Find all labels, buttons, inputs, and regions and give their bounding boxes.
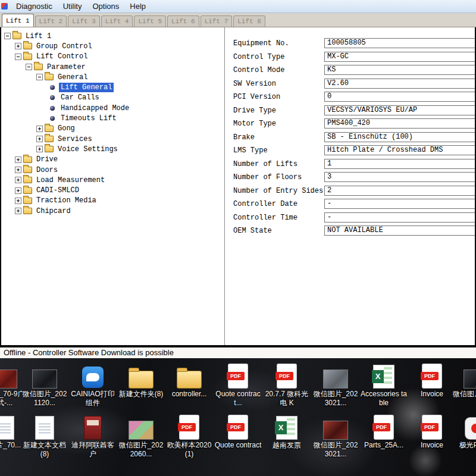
pdf-icon <box>374 415 393 439</box>
folder-icon <box>23 198 32 204</box>
desktop-icon-label: 微信图片_2023021... <box>312 390 359 408</box>
collapse-icon[interactable] <box>15 54 21 60</box>
desktop-icon[interactable]: 欧美样本2020(1) <box>165 414 213 459</box>
property-value-field[interactable]: 1 <box>324 159 476 169</box>
desktop-icon[interactable]: CAINIAO打印组件 <box>69 363 117 408</box>
tab-lift-6[interactable]: Lift 6 <box>167 15 199 27</box>
desktop-icon[interactable]: 极光PDF... <box>452 414 476 450</box>
tree-item-gong[interactable]: Gong <box>1 124 224 134</box>
menu-diagnostic[interactable]: Diagnostic <box>11 1 58 12</box>
collapse-icon[interactable] <box>4 33 11 39</box>
tab-lift-7[interactable]: Lift 7 <box>201 15 233 27</box>
desktop-icon-label: 微信图片_2023021... <box>312 441 359 459</box>
expand-icon[interactable] <box>15 198 21 204</box>
expand-icon[interactable] <box>15 167 21 173</box>
desktop-icon[interactable]: 微信图片_2023021... <box>312 363 359 408</box>
menu-help[interactable]: Help <box>124 1 151 12</box>
tab-lift-4[interactable]: Lift 4 <box>101 15 133 27</box>
property-value-field[interactable]: - <box>324 212 476 223</box>
expand-icon[interactable] <box>36 146 43 152</box>
desktop-icon[interactable]: Invoice <box>408 414 456 450</box>
property-value-field[interactable]: 2 <box>324 186 476 196</box>
expand-icon[interactable] <box>15 43 21 49</box>
tree-item-group-control[interactable]: Group Control <box>1 41 224 51</box>
tab-lift-3[interactable]: Lift 3 <box>68 15 100 27</box>
property-label: Number of Lifts <box>233 160 298 168</box>
property-value-field[interactable]: VECSYS/VARIOSYS EU/AP <box>324 105 476 115</box>
desktop-icon[interactable]: 越南发票 <box>263 414 311 450</box>
property-value-field[interactable]: 100058805 <box>324 38 476 48</box>
tree-item-voice-settings[interactable]: Voice Settings <box>1 144 224 154</box>
tree-item-chipcard[interactable]: Chipcard <box>1 206 224 216</box>
lift-tab-bar: Lift 1 Lift 2 Lift 3 Lift 4 Lift 5 Lift … <box>0 13 476 27</box>
desktop-icon[interactable]: 新建文本文档(8) <box>21 414 68 459</box>
collapse-icon[interactable] <box>36 74 43 80</box>
property-value-field[interactable]: Hitch Plate / Crosshead DMS <box>324 145 476 155</box>
desktop-icon[interactable]: 微信图片_2022060... <box>117 414 165 459</box>
desktop-icon[interactable]: Parts_25A... <box>360 414 408 450</box>
status-bar: Offline - Controller Software Download i… <box>0 347 476 358</box>
property-row: OEM State NOT AVAILABLE <box>225 226 475 236</box>
tree-item-services[interactable]: Services <box>1 134 224 144</box>
tree-item-lift-general[interactable]: Lift General <box>1 82 224 92</box>
folder-icon <box>45 136 54 142</box>
excel-icon <box>374 365 394 388</box>
property-value-field[interactable]: KS <box>324 65 476 75</box>
property-row: Equipment No. 100058805 <box>225 38 475 48</box>
desktop-icon[interactable]: Quote contract... <box>214 363 262 408</box>
tree-item-general[interactable]: General <box>1 72 224 82</box>
property-row: SW Version V2.60 <box>225 79 475 89</box>
desktop-icon[interactable]: 微信图片_2021120... <box>21 363 68 408</box>
property-value-field[interactable]: - <box>324 199 476 209</box>
tree-item-parameter[interactable]: Parameter <box>1 62 224 72</box>
tree-item-load-measurement[interactable]: Load Measurement <box>1 175 224 185</box>
desktop-icon-label: Quote contract... <box>214 390 262 408</box>
expand-icon[interactable] <box>36 126 43 132</box>
desktop-icon[interactable]: 20.7.7 微科光电 K <box>263 363 311 408</box>
property-label: Controller Time <box>233 214 298 222</box>
tree-item-car-calls[interactable]: Car Calls <box>1 93 224 103</box>
property-value-field[interactable]: 0 <box>324 92 476 102</box>
expand-icon[interactable] <box>15 208 21 214</box>
tree-item-traction-media[interactable]: Traction Media <box>1 196 224 206</box>
property-row: Number of Lifts 1 <box>225 159 475 169</box>
tree-item-handicapped-mode[interactable]: Handicapped Mode <box>1 103 224 113</box>
property-value-field[interactable]: 3 <box>324 172 476 182</box>
property-value-field[interactable]: V2.60 <box>324 79 476 89</box>
expand-icon[interactable] <box>15 187 21 194</box>
menu-options[interactable]: Options <box>87 1 124 12</box>
tab-lift-1[interactable]: Lift 1 <box>2 14 34 27</box>
property-value-field[interactable]: NOT AVAILABLE <box>324 226 476 236</box>
tree-item-lift-control[interactable]: Lift Control <box>1 52 224 62</box>
tree-item-drive[interactable]: Drive <box>1 155 224 165</box>
property-row: Number of Entry Sides 2 <box>225 186 475 196</box>
desktop-icon[interactable]: Quote contract <box>214 414 262 450</box>
property-value-field[interactable]: MX-GC <box>324 52 476 62</box>
tab-lift-8[interactable]: Lift 8 <box>233 15 265 27</box>
tree-item-timeouts-lift[interactable]: Timeouts Lift <box>1 113 224 123</box>
desktop-icon[interactable]: 微信图片_20... <box>452 363 476 399</box>
desktop-icon[interactable]: 微信图片_2023021... <box>312 414 359 459</box>
expand-icon[interactable] <box>15 177 21 183</box>
folder-icon <box>34 64 43 70</box>
bullet-icon <box>50 85 55 90</box>
menu-utility[interactable]: Utility <box>58 1 87 12</box>
desktop-icon[interactable]: Invoice <box>408 363 456 399</box>
property-value-field[interactable]: PMS400_420 <box>324 118 476 129</box>
collapse-icon[interactable] <box>26 64 32 70</box>
property-value-field[interactable]: SB - Einschütz (100) <box>324 132 476 142</box>
tree-item-lift-1[interactable]: Lift 1 <box>1 31 224 41</box>
tree-item-cadi-smlcd[interactable]: CADI-SMLCD <box>1 185 224 195</box>
expand-icon[interactable] <box>36 136 43 142</box>
property-row: Number of Floors 3 <box>225 172 475 182</box>
desktop-icon[interactable]: 新建文件夹(8) <box>117 363 165 399</box>
desktop-icon[interactable]: 迪拜阿联酋客户 <box>69 414 117 459</box>
tree-item-doors[interactable]: Doors <box>1 165 224 175</box>
property-row: Motor Type PMS400_420 <box>225 118 475 129</box>
tab-lift-5[interactable]: Lift 5 <box>134 15 166 27</box>
expand-icon[interactable] <box>15 156 21 163</box>
desktop-icon[interactable]: controller... <box>165 363 213 399</box>
property-label: Number of Entry Sides <box>233 187 323 195</box>
tab-lift-2[interactable]: Lift 2 <box>35 15 67 27</box>
desktop-icon[interactable]: Accessories table <box>360 363 408 408</box>
